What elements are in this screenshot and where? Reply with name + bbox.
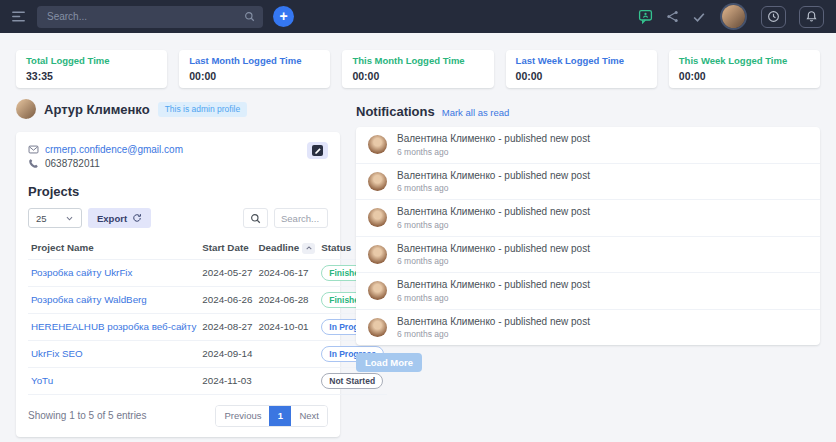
stat-label: This Week Logged Time xyxy=(679,55,810,66)
list-item[interactable]: Валентина Клименко - published new post6… xyxy=(356,127,820,164)
edit-profile-button[interactable] xyxy=(307,142,328,159)
pagination: Previous 1 Next xyxy=(215,405,328,427)
stat-card-total: Total Logged Time 33:35 xyxy=(16,50,167,88)
notifications-card: Валентина Клименко - published new post6… xyxy=(356,127,820,345)
start-date: 2024-08-27 xyxy=(199,313,255,340)
notifications-title: Notifications xyxy=(356,104,435,119)
notification-avatar xyxy=(368,208,387,227)
email-icon xyxy=(28,144,39,155)
notification-time: 6 months ago xyxy=(397,293,590,303)
deadline: 2024-06-17 xyxy=(255,259,318,286)
start-date: 2024-06-26 xyxy=(199,286,255,313)
table-row: UkrFix SEO 2024-09-14 In Progress xyxy=(28,340,387,367)
global-search-input[interactable] xyxy=(37,6,263,28)
notification-title: Валентина Клименко - published new post xyxy=(397,170,590,181)
email-row: crmerp.confidence@gmail.com xyxy=(28,144,328,155)
entries-summary: Showing 1 to 5 of 5 entries xyxy=(28,410,146,421)
phone-icon xyxy=(28,158,39,169)
profile-column: Артур Клименко This is admin profile crm… xyxy=(16,99,340,437)
notification-title: Валентина Клименко - published new post xyxy=(397,206,590,217)
project-link[interactable]: YoTu xyxy=(31,375,53,386)
phone-row: 0638782011 xyxy=(28,158,328,169)
admin-profile-badge[interactable]: This is admin profile xyxy=(158,102,248,117)
list-item[interactable]: Валентина Клименко - published new post6… xyxy=(356,164,820,201)
notification-avatar xyxy=(368,135,387,154)
list-item[interactable]: Валентина Клименко - published new post6… xyxy=(356,310,820,346)
hamburger-menu-icon[interactable] xyxy=(12,11,25,22)
notification-time: 6 months ago xyxy=(397,256,590,266)
notification-time: 6 months ago xyxy=(397,220,590,230)
pagination-next[interactable]: Next xyxy=(291,406,327,426)
col-deadline[interactable]: Deadline xyxy=(255,237,318,259)
mark-all-as-read-link[interactable]: Mark all as read xyxy=(442,107,510,118)
list-item[interactable]: Валентина Клименко - published new post6… xyxy=(356,237,820,274)
clock-button[interactable] xyxy=(761,6,786,28)
approve-check-icon[interactable] xyxy=(692,10,706,24)
export-label: Export xyxy=(97,213,127,224)
table-row: Розробка сайту WaldBerg 2024-06-26 2024-… xyxy=(28,286,387,313)
projects-controls: 25 Export xyxy=(28,208,328,228)
global-search xyxy=(37,6,263,28)
profile-email-link[interactable]: crmerp.confidence@gmail.com xyxy=(45,144,183,155)
stat-value: 33:35 xyxy=(26,70,157,82)
project-link[interactable]: UkrFix SEO xyxy=(31,348,83,359)
status-badge: Not Started xyxy=(321,373,383,389)
project-link[interactable]: Розробка сайту UkrFix xyxy=(31,267,132,278)
stat-card-this-month: This Month Logged Time 00:00 xyxy=(342,50,493,88)
share-icon[interactable] xyxy=(666,10,679,23)
notification-title: Валентина Клименко - published new post xyxy=(397,133,590,144)
col-project-name[interactable]: Project Name xyxy=(28,237,199,259)
stat-label: Last Week Logged Time xyxy=(516,55,647,66)
projects-title: Projects xyxy=(28,184,328,199)
load-more-button[interactable]: Load More xyxy=(356,353,422,372)
profile-phone: 0638782011 xyxy=(45,158,100,169)
stat-value: 00:00 xyxy=(189,70,320,82)
stat-card-last-month: Last Month Logged Time 00:00 xyxy=(179,50,330,88)
profile-name: Артур Клименко xyxy=(44,102,150,117)
table-footer: Showing 1 to 5 of 5 entries Previous 1 N… xyxy=(28,405,328,427)
project-link[interactable]: HEREHEALHUB розробка веб-сайту xyxy=(31,321,196,332)
notification-title: Валентина Клименко - published new post xyxy=(397,316,590,327)
user-avatar[interactable] xyxy=(722,5,745,28)
table-row: HEREHEALHUB розробка веб-сайту 2024-08-2… xyxy=(28,313,387,340)
bell-icon-button[interactable] xyxy=(799,6,824,28)
notification-title: Валентина Клименко - published new post xyxy=(397,243,590,254)
notification-avatar xyxy=(368,172,387,191)
list-item[interactable]: Валентина Клименко - published new post6… xyxy=(356,200,820,237)
pagination-page-1[interactable]: 1 xyxy=(269,406,291,426)
page-size-select[interactable]: 25 xyxy=(28,208,82,228)
deadline: 2024-06-28 xyxy=(255,286,318,313)
list-item[interactable]: Валентина Клименко - published new post6… xyxy=(356,273,820,310)
table-search-button[interactable] xyxy=(243,208,268,228)
deadline xyxy=(255,340,318,367)
add-button[interactable]: + xyxy=(273,6,294,27)
chat-icon[interactable] xyxy=(638,9,653,24)
profile-header: Артур Клименко This is admin profile xyxy=(16,99,340,119)
col-start-date[interactable]: Start Date xyxy=(199,237,255,259)
project-link[interactable]: Розробка сайту WaldBerg xyxy=(31,294,147,305)
notification-avatar xyxy=(368,318,387,337)
table-row: Розробка сайту UkrFix 2024-05-27 2024-06… xyxy=(28,259,387,286)
pagination-previous[interactable]: Previous xyxy=(216,406,269,426)
stat-card-this-week: This Week Logged Time 00:00 xyxy=(669,50,820,88)
sort-asc-icon[interactable] xyxy=(302,243,315,254)
refresh-icon xyxy=(132,213,142,223)
profile-avatar xyxy=(16,99,36,119)
table-search-input[interactable] xyxy=(274,208,328,228)
pencil-icon xyxy=(312,145,323,156)
stat-label: This Month Logged Time xyxy=(352,55,483,66)
projects-table: Project Name Start Date Deadline Status … xyxy=(28,237,387,395)
notification-avatar xyxy=(368,245,387,264)
chevron-down-icon xyxy=(65,214,74,223)
stat-label: Last Month Logged Time xyxy=(189,55,320,66)
start-date: 2024-11-03 xyxy=(199,367,255,394)
start-date: 2024-09-14 xyxy=(199,340,255,367)
export-button[interactable]: Export xyxy=(88,208,151,228)
projects-table-header: Project Name Start Date Deadline Status xyxy=(28,237,387,259)
notification-time: 6 months ago xyxy=(397,147,590,157)
notification-title: Валентина Клименко - published new post xyxy=(397,279,590,290)
stat-value: 00:00 xyxy=(352,70,483,82)
notification-time: 6 months ago xyxy=(397,183,590,193)
page-size-value: 25 xyxy=(36,213,47,224)
search-icon xyxy=(244,11,255,22)
